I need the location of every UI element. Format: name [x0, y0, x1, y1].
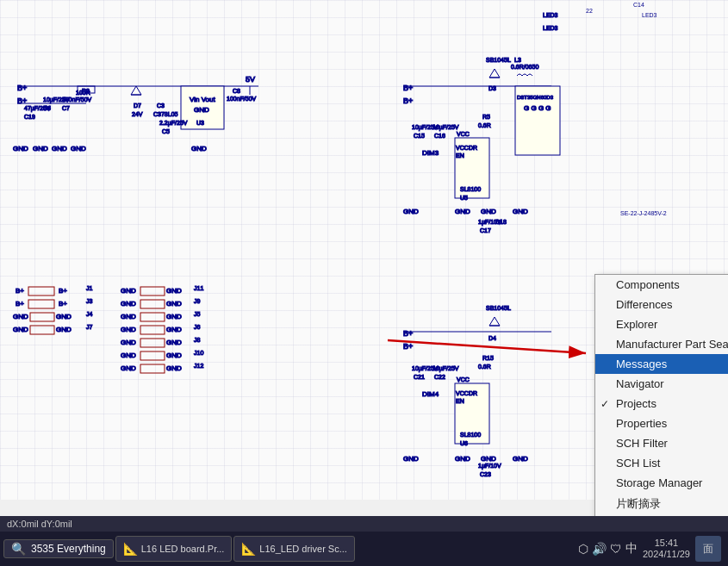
status-bar: dX:0mil dY:0mil [0, 516, 728, 532]
context-menu: ComponentsDifferencesExplorerManufacture… [594, 274, 728, 538]
svg-text:SB1045L: SB1045L [486, 57, 511, 63]
menu-item-label: Messages [616, 358, 667, 370]
svg-text:GND: GND [121, 339, 136, 346]
svg-text:C19: C19 [24, 114, 35, 120]
menu-item-sch-list[interactable]: SCH List [595, 453, 728, 473]
cursor-position: dX:0mil dY:0mil [7, 519, 72, 529]
svg-rect-35 [28, 287, 54, 295]
svg-text:J11: J11 [194, 285, 203, 291]
svg-text:GND: GND [191, 145, 207, 152]
svg-text:VCC: VCC [456, 145, 469, 151]
taskbar-app-1[interactable]: 📐 L16 LED board.Pr... [115, 536, 233, 562]
svg-text:100R: 100R [76, 90, 90, 96]
svg-text:24V: 24V [132, 111, 143, 117]
speaker-icon: 🔊 [592, 542, 607, 556]
svg-text:J12: J12 [194, 363, 203, 369]
svg-text:GND: GND [513, 208, 528, 215]
svg-text:DIM3: DIM3 [422, 149, 439, 157]
menu-item-differences[interactable]: Differences [595, 295, 728, 314]
menu-item-label: Explorer [616, 318, 657, 331]
svg-text:GND: GND [166, 339, 182, 346]
menu-item-label: Manufacturer Part Search [616, 338, 728, 351]
svg-rect-47 [30, 326, 54, 334]
svg-text:U5: U5 [460, 195, 468, 201]
menu-item-label: Differences [616, 298, 673, 311]
menu-item-pian-zhai-lu[interactable]: 片断摘录 [595, 493, 728, 515]
svg-text:GND: GND [56, 313, 72, 320]
svg-marker-121 [489, 317, 500, 326]
svg-text:GND: GND [403, 455, 419, 463]
svg-text:B+: B+ [403, 342, 413, 351]
svg-text:EN: EN [456, 398, 464, 404]
menu-item-manufacturer-part-search[interactable]: Manufacturer Part Search [595, 334, 728, 354]
svg-rect-39 [28, 300, 54, 308]
svg-text:C8: C8 [233, 88, 240, 94]
svg-text:R15: R15 [482, 355, 494, 361]
svg-text:D7: D7 [134, 103, 141, 109]
menu-item-storage-manager[interactable]: Storage Manager [595, 473, 728, 493]
svg-line-145 [388, 340, 586, 353]
svg-text:B+: B+ [59, 300, 67, 308]
svg-text:D3: D3 [488, 85, 496, 91]
svg-text:C22: C22 [434, 374, 445, 380]
svg-text:DR: DR [469, 390, 477, 396]
menu-item-sch-filter[interactable]: SCH Filter [595, 433, 728, 453]
svg-rect-63 [140, 326, 165, 334]
menu-item-projects[interactable]: ✓Projects [595, 394, 728, 414]
svg-text:GND: GND [121, 300, 136, 308]
svg-text:C3: C3 [157, 103, 165, 109]
svg-text:22: 22 [586, 8, 593, 14]
svg-text:100nF/50V: 100nF/50V [227, 96, 257, 102]
svg-text:SL8100: SL8100 [460, 186, 481, 192]
svg-text:C15: C15 [414, 133, 425, 139]
language-icon: 中 [625, 541, 638, 557]
svg-text:DIM4: DIM4 [422, 390, 439, 398]
svg-text:B+: B+ [403, 96, 413, 105]
svg-text:GND: GND [13, 145, 28, 152]
svg-text:C378L05: C378L05 [153, 111, 178, 117]
svg-rect-43 [30, 313, 54, 321]
svg-text:GND: GND [403, 208, 419, 215]
svg-text:GND: GND [166, 287, 182, 295]
svg-rect-67 [140, 339, 165, 347]
corner-icon: 面 [703, 542, 713, 557]
svg-text:B+: B+ [17, 84, 27, 92]
svg-rect-75 [140, 364, 165, 373]
taskbar-app-2[interactable]: 📐 L16_LED driver Sc... [233, 536, 355, 562]
svg-text:DST35GN60D3: DST35GN60D3 [517, 95, 554, 100]
network-icon: ⬡ [578, 542, 588, 556]
app2-label: L16_LED driver Sc... [259, 544, 347, 554]
svg-text:GND: GND [56, 326, 72, 333]
svg-text:U6: U6 [460, 440, 468, 446]
menu-item-properties[interactable]: Properties [595, 414, 728, 433]
svg-text:GND: GND [166, 351, 182, 359]
svg-text:C18: C18 [495, 219, 507, 225]
svg-text:C7: C7 [62, 105, 70, 111]
menu-item-explorer[interactable]: Explorer [595, 314, 728, 334]
taskbar: 🔍 3535 Everything 📐 L16 LED board.Pr... … [0, 532, 728, 566]
svg-text:G G G G: G G G G [524, 104, 551, 112]
svg-text:J7: J7 [86, 324, 93, 330]
svg-text:B+: B+ [16, 287, 24, 295]
taskbar-search[interactable]: 🔍 3535 Everything [3, 539, 114, 558]
menu-item-components[interactable]: Components [595, 275, 728, 295]
svg-rect-59 [140, 313, 165, 321]
svg-text:GND: GND [166, 326, 182, 333]
svg-text:0.6R: 0.6R [478, 364, 491, 370]
svg-text:J5: J5 [194, 311, 201, 317]
clock-date: 2024/11/29 [643, 549, 690, 560]
svg-text:GND: GND [166, 364, 182, 372]
menu-item-messages[interactable]: Messages [595, 354, 728, 374]
svg-rect-55 [140, 300, 165, 308]
svg-text:GND: GND [121, 287, 136, 295]
svg-rect-71 [140, 351, 165, 360]
svg-text:C14: C14 [633, 2, 644, 8]
svg-text:GND: GND [121, 326, 136, 333]
svg-text:C23: C23 [480, 471, 491, 477]
corner-button[interactable]: 面 [695, 536, 721, 562]
menu-item-navigator[interactable]: Navigator [595, 374, 728, 394]
svg-text:C16: C16 [434, 133, 445, 139]
svg-text:GND: GND [33, 145, 48, 152]
menu-item-label: Properties [616, 417, 667, 430]
menu-item-label: Projects [616, 397, 656, 410]
